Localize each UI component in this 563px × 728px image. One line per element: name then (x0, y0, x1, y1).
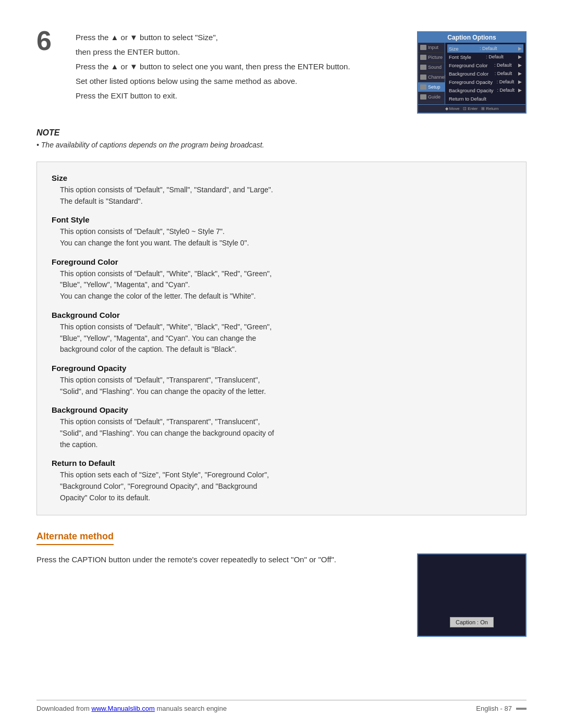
info-title-fgcolor: Foreground Color (52, 257, 511, 266)
sidebar-item-input: Input (418, 43, 445, 53)
sound-icon (420, 65, 426, 70)
footer-link[interactable]: www.Manualslib.com (92, 705, 155, 712)
info-body-returndefault: This option sets each of "Size", "Font S… (60, 470, 511, 503)
step-line-1: Press the ▲ or ▼ button to select "Size"… (76, 31, 401, 44)
page-container: 6 Press the ▲ or ▼ button to select "Siz… (0, 0, 563, 728)
info-item-bgcolor: Background Color This option consists of… (52, 311, 511, 355)
alternate-text: Press the CAPTION button under the remot… (36, 553, 401, 637)
tv-menu-footer: ◆ Move ⊡ Enter ⊞ Return (418, 104, 525, 113)
info-title-returndefault: Return to Default (52, 459, 511, 467)
info-item-fontstyle: Font Style This option consists of "Defa… (52, 215, 511, 249)
note-title: NOTE (36, 128, 527, 138)
info-item-bgopacity: Background Opacity This option consists … (52, 405, 511, 450)
info-title-bgopacity: Background Opacity (52, 405, 511, 414)
note-bullet: The availability of captions depends on … (36, 141, 527, 149)
sidebar-item-sound: Sound (418, 63, 445, 72)
info-body-bgcolor: This option consists of "Default", "Whit… (60, 322, 511, 355)
menu-row-size: Size : Default ▶ (447, 44, 523, 53)
input-icon (420, 45, 426, 50)
tv-menu-header: Caption Options (418, 32, 525, 43)
info-item-fgopacity: Foreground Opacity This option consists … (52, 364, 511, 397)
menu-row-fontstyle: Font Style : Default ▶ (447, 53, 523, 61)
info-title-fgopacity: Foreground Opacity (52, 364, 511, 373)
tv-menu-sidebar: Input Picture Sound Channel (418, 43, 445, 104)
menu-row-return-default: Return to Default (447, 94, 523, 103)
channel-icon (420, 75, 426, 80)
setup-icon (420, 84, 426, 90)
menu-row-bgopacity: Background Opacity : Default ▶ (447, 86, 523, 94)
footer-search-text: manuals search engine (157, 705, 227, 712)
info-body-fontstyle: This option consists of "Default", "Styl… (60, 226, 511, 249)
step-line-3: Press the ▲ or ▼ button to select one yo… (76, 60, 401, 73)
tv-menu-screenshot: Caption Options Input Picture Sound (417, 31, 527, 114)
alternate-section: Alternate method Press the CAPTION butto… (36, 531, 527, 637)
footer-page-label: English - 87 (476, 705, 512, 712)
menu-row-bgcolor: Background Color : Default ▶ (447, 69, 523, 78)
info-item-returndefault: Return to Default This option sets each … (52, 459, 511, 503)
footer-right: English - 87 (476, 705, 527, 712)
alternate-title: Alternate method (36, 531, 114, 545)
menu-row-fgopacity: Foreground Opacity : Default ▶ (447, 78, 523, 86)
tv-caption-screenshot: Caption : On (417, 553, 527, 637)
footer-page-box (516, 708, 527, 710)
guide-icon (420, 94, 426, 100)
alternate-content: Press the CAPTION button under the remot… (36, 553, 527, 637)
info-title-size: Size (52, 174, 511, 182)
info-title-fontstyle: Font Style (52, 215, 511, 224)
footer-download-text: Downloaded from (36, 705, 90, 712)
step-line-2: then press the ENTER button. (76, 46, 401, 58)
step-text: Press the ▲ or ▼ button to select "Size"… (76, 31, 401, 114)
tv-menu-body: Input Picture Sound Channel (418, 43, 525, 104)
sidebar-item-setup: Setup (418, 82, 445, 92)
caption-on-label: Caption : On (450, 617, 494, 627)
info-item-fgcolor: Foreground Color This option consists of… (52, 257, 511, 302)
sidebar-item-picture: Picture (418, 53, 445, 63)
info-body-size: This option consists of "Default", "Smal… (60, 184, 511, 207)
page-footer: Downloaded from www.Manualslib.com manua… (36, 700, 527, 712)
info-item-size: Size This option consists of "Default", … (52, 174, 511, 207)
info-title-bgcolor: Background Color (52, 311, 511, 319)
info-body-fgcolor: This option consists of "Default", "Whit… (60, 268, 511, 302)
picture-icon (420, 55, 426, 60)
info-box: Size This option consists of "Default", … (36, 162, 527, 515)
menu-row-fgcolor: Foreground Color : Default ▶ (447, 61, 523, 69)
info-body-bgopacity: This option consists of "Default", "Tran… (60, 416, 511, 450)
step-section: 6 Press the ▲ or ▼ button to select "Siz… (36, 31, 527, 114)
note-section: NOTE The availability of captions depend… (36, 128, 527, 149)
step-line-4: Set other listed options below using the… (76, 75, 401, 88)
sidebar-item-channel: Channel (418, 72, 445, 82)
sidebar-item-guide: Guide (418, 92, 445, 102)
footer-download: Downloaded from www.Manualslib.com manua… (36, 705, 227, 712)
step-line-5: Press the EXIT button to exit. (76, 90, 401, 102)
info-body-fgopacity: This option consists of "Default", "Tran… (60, 375, 511, 397)
tv-menu-content: Size : Default ▶ Font Style : Default ▶ … (445, 43, 525, 104)
step-number: 6 (36, 27, 60, 114)
